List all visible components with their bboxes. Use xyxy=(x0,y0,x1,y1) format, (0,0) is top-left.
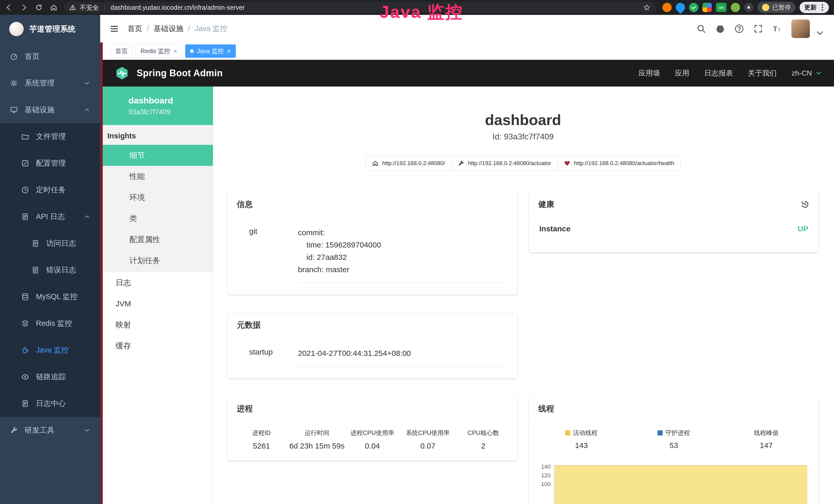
history-icon[interactable] xyxy=(800,200,809,209)
sba-item-mappings[interactable]: 映射 xyxy=(103,314,213,335)
main-column: 首页 基础设施 Java 监控 首页 xyxy=(100,15,834,504)
caret-down-icon xyxy=(815,28,825,38)
sidebar-item-infra[interactable]: 基础设施 xyxy=(0,96,100,123)
url-text: dashboard.yudao.iocoder.cn/infra/admin-s… xyxy=(110,4,245,11)
avatar[interactable] xyxy=(791,20,810,38)
help-icon[interactable] xyxy=(734,24,744,33)
fullscreen-icon[interactable] xyxy=(753,24,763,33)
cell-value: 0.07 xyxy=(400,442,456,450)
address-separator xyxy=(105,4,105,11)
search-icon[interactable] xyxy=(696,24,706,33)
sba-item-caches[interactable]: 缓存 xyxy=(103,335,213,357)
sba-item-details[interactable]: 细节 xyxy=(103,145,213,166)
actuator-url-button[interactable]: http://192.168.0.2:48080/actuator xyxy=(451,156,557,171)
extension-icon[interactable] xyxy=(689,3,698,12)
y-tick: 140 xyxy=(541,463,551,470)
insights-label: Insights xyxy=(103,125,213,145)
warning-icon xyxy=(69,4,76,11)
github-icon[interactable] xyxy=(715,24,725,33)
sba-item-classes[interactable]: 类 xyxy=(103,208,213,229)
hamburger-icon[interactable] xyxy=(109,24,119,33)
sidebar-item-redis-monitor[interactable]: Redis 监控 xyxy=(0,310,100,337)
database-icon xyxy=(21,293,29,301)
sba-item-logs[interactable]: 日志 xyxy=(103,272,213,293)
sba-nav-wallboard[interactable]: 应用墙 xyxy=(639,68,660,78)
update-button[interactable]: 更新 xyxy=(799,2,829,13)
breadcrumb-item[interactable]: 首页 xyxy=(127,24,142,34)
chevron-down-icon xyxy=(84,80,90,87)
column-header: 系统CPU使用率 xyxy=(400,429,456,437)
instance-header[interactable]: dashboard 93a3fc7f7409 xyxy=(103,87,213,125)
forward-icon[interactable] xyxy=(20,4,28,11)
sidebar-item-log-center[interactable]: 日志中心 xyxy=(0,390,100,417)
breadcrumb-item[interactable]: 基础设施 xyxy=(154,24,183,34)
address-bar[interactable]: 不安全 dashboard.yudao.iocoder.cn/infra/adm… xyxy=(64,2,656,13)
tab-home[interactable]: 首页 xyxy=(110,44,133,58)
extensions-area: on 已暂停 更新 xyxy=(662,2,829,13)
row-key: startup xyxy=(249,347,298,366)
extension-on-badge[interactable]: on xyxy=(716,3,727,12)
row-value: 2021-04-27T00:44:31.254+08:00 xyxy=(298,347,507,366)
sba-item-environment[interactable]: 环境 xyxy=(103,187,213,208)
sidebar-item-error-logs[interactable]: 错误日志 xyxy=(0,257,100,283)
card-title: 进程 xyxy=(227,397,517,421)
sidebar-item-system[interactable]: 系统管理 xyxy=(0,70,100,96)
sba-sidebar: dashboard 93a3fc7f7409 Insights 细节 性能 环境… xyxy=(103,87,213,504)
threads-legend: 活动线程 守护进程 线程峰值 xyxy=(529,421,819,452)
below-navbar: 首页 Redis 监控 Java 监控 xyxy=(100,42,834,504)
sba-nav: 应用墙 应用 日志报表 关于我们 zh-CN xyxy=(639,68,822,78)
legend-text: 线程峰值 xyxy=(754,429,778,437)
close-icon[interactable] xyxy=(227,48,231,54)
sidebar-item-api-logs[interactable]: API 日志 xyxy=(0,203,100,230)
sidebar-item-home[interactable]: 首页 xyxy=(0,43,100,70)
sba-nav-about[interactable]: 关于我们 xyxy=(748,68,777,78)
extension-icon[interactable] xyxy=(674,1,687,14)
reload-icon[interactable] xyxy=(35,4,43,11)
chevron-up-icon xyxy=(84,213,90,220)
sidebar-item-scheduled-tasks[interactable]: 定时任务 xyxy=(0,177,100,203)
extension-icon[interactable] xyxy=(744,3,753,12)
card-title-text: 元数据 xyxy=(237,320,261,330)
link-label: http://192.168.0.2:48080/ xyxy=(382,160,445,167)
sba-nav-applications[interactable]: 应用 xyxy=(675,68,689,78)
font-size-icon[interactable] xyxy=(772,24,782,33)
sidebar-item-access-logs[interactable]: 访问日志 xyxy=(0,230,100,257)
sidebar-item-devtools[interactable]: 研发工具 xyxy=(0,417,100,444)
timer-icon xyxy=(21,186,29,194)
page-subtitle: Id: 93a3fc7f7409 xyxy=(227,132,818,141)
extension-icon[interactable] xyxy=(702,3,712,12)
home-icon xyxy=(372,160,379,167)
back-icon[interactable] xyxy=(5,4,13,11)
wrench-icon xyxy=(458,160,464,167)
card-title-text: 健康 xyxy=(539,199,554,210)
sba-item-jvm[interactable]: JVM xyxy=(103,293,213,314)
home-icon[interactable] xyxy=(50,4,58,11)
close-icon[interactable] xyxy=(173,48,177,54)
sidebar-item-config-management[interactable]: 配置管理 xyxy=(0,150,100,177)
breadcrumb: 首页 基础设施 Java 监控 xyxy=(127,24,227,34)
extension-icon[interactable] xyxy=(662,3,672,12)
sba-item-scheduled[interactable]: 计划任务 xyxy=(103,250,213,271)
bookmark-star-icon[interactable] xyxy=(643,4,651,11)
paused-badge[interactable]: 已暂停 xyxy=(758,2,795,13)
sidebar-item-tracing[interactable]: 链路追踪 xyxy=(0,364,100,390)
threads-chart: 140 120 100 xyxy=(537,465,810,504)
tab-redis-monitor[interactable]: Redis 监控 xyxy=(136,44,182,58)
kebab-menu-icon[interactable] xyxy=(822,7,823,8)
instance-url-button[interactable]: http://192.168.0.2:48080/ xyxy=(366,156,452,171)
sidebar-item-file-management[interactable]: 文件管理 xyxy=(0,123,100,150)
sidebar-item-label: 链路追踪 xyxy=(36,372,66,382)
legend-label: 活动线程 xyxy=(535,429,628,437)
locale-select[interactable]: zh-CN xyxy=(792,69,822,77)
health-url-button[interactable]: http://192.168.0.2:48080/actuator/health xyxy=(557,156,681,171)
sba-item-metrics[interactable]: 性能 xyxy=(103,166,213,187)
app-logo[interactable]: 芋道管理系统 xyxy=(0,15,100,43)
tab-java-monitor[interactable]: Java 监控 xyxy=(185,44,236,58)
sba-item-config-props[interactable]: 配置属性 xyxy=(103,229,213,250)
legend-value: 147 xyxy=(720,441,812,450)
sidebar-item-mysql-monitor[interactable]: MySQL 监控 xyxy=(0,283,100,310)
sba-nav-journal[interactable]: 日志报表 xyxy=(704,68,733,78)
sidebar-item-java-monitor[interactable]: Java 监控 xyxy=(0,337,100,364)
extension-icon[interactable] xyxy=(731,3,740,12)
browser-nav-buttons xyxy=(5,4,58,11)
